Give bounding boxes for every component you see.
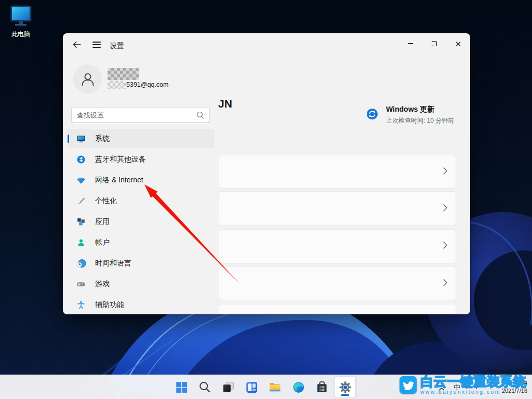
chevron-right-icon	[443, 204, 447, 214]
user-email: 5391@qq.com	[108, 80, 169, 89]
settings-card[interactable]	[219, 155, 456, 189]
accessibility-person-icon	[76, 300, 86, 310]
selected-accent-bar	[68, 135, 69, 143]
desktop-icon-this-pc[interactable]: 此电脑	[5, 5, 36, 39]
desktop-icon-label: 此电脑	[5, 30, 36, 39]
settings-sidebar: 系统 蓝牙和其他设备 网络 & Internet	[68, 129, 215, 314]
sidebar-item-label: 个性化	[95, 196, 117, 206]
hamburger-icon	[92, 42, 101, 48]
avatar[interactable]	[73, 64, 102, 94]
apps-icon	[76, 217, 86, 227]
window-titlebar[interactable]: 设置 ✕	[63, 33, 470, 56]
minimize-button[interactable]	[398, 33, 422, 54]
settings-card[interactable]	[219, 304, 456, 314]
clock-date: 2021/7/16	[502, 387, 527, 395]
search-icon	[196, 111, 204, 119]
sync-icon	[366, 108, 378, 120]
censored-email-prefix	[108, 81, 126, 89]
brush-icon	[76, 196, 86, 206]
wifi-icon	[76, 175, 86, 185]
task-view-button[interactable]	[218, 377, 238, 397]
gear-icon	[338, 380, 352, 394]
back-button[interactable]	[68, 37, 86, 52]
sidebar-item-system[interactable]: 系统	[68, 129, 215, 148]
maximize-icon	[432, 41, 437, 46]
device-name-heading: JN	[218, 98, 232, 110]
ime-input-indicator[interactable]: 中	[454, 383, 460, 392]
system-icon	[76, 134, 86, 144]
windows-update-status[interactable]: Windows 更新 上次检查时间: 10 分钟前	[366, 105, 454, 125]
sidebar-item-label: 网络 & Internet	[95, 176, 143, 185]
edge-browser-button[interactable]	[288, 377, 309, 397]
close-button[interactable]: ✕	[446, 33, 470, 54]
taskbar-clock[interactable]: 9:04 2021/7/16	[502, 379, 527, 395]
settings-card[interactable]	[219, 191, 456, 226]
person-icon	[79, 71, 96, 87]
start-button[interactable]	[171, 377, 192, 397]
minimize-icon	[408, 43, 413, 44]
network-icon[interactable]	[463, 383, 470, 390]
bluetooth-icon	[76, 154, 86, 165]
sidebar-item-label: 应用	[95, 217, 110, 227]
widgets-button[interactable]	[241, 377, 262, 397]
windows-update-last-checked: 上次检查时间: 10 分钟前	[386, 116, 454, 125]
window-title: 设置	[110, 42, 124, 51]
clock-globe-icon	[76, 258, 86, 269]
maximize-button[interactable]	[422, 33, 446, 54]
chevron-up-icon	[438, 387, 445, 391]
censored-user-name	[108, 68, 139, 80]
navigation-menu-button[interactable]	[88, 37, 105, 52]
search-icon	[198, 381, 211, 393]
sidebar-item-apps[interactable]: 应用	[68, 212, 215, 231]
sidebar-item-label: 帐户	[95, 238, 110, 247]
task-view-icon	[222, 381, 235, 394]
chevron-right-icon	[443, 167, 447, 177]
sidebar-item-accounts[interactable]: 帐户	[68, 233, 215, 252]
windows-update-title: Windows 更新	[386, 105, 454, 114]
gamepad-icon	[76, 279, 86, 289]
chevron-right-icon	[443, 242, 447, 251]
this-pc-monitor-icon	[8, 5, 33, 27]
sidebar-item-label: 蓝牙和其他设备	[95, 155, 146, 164]
sidebar-item-accessibility[interactable]: 辅助功能	[68, 295, 215, 314]
widgets-icon	[245, 381, 258, 394]
sidebar-item-label: 时间和语言	[95, 259, 131, 268]
settings-search-box[interactable]	[71, 107, 210, 123]
chevron-right-icon	[443, 279, 447, 288]
windows-start-icon	[175, 381, 188, 394]
clock-time: 9:04	[502, 379, 527, 387]
sidebar-item-network-internet[interactable]: 网络 & Internet	[68, 170, 215, 190]
settings-card[interactable]	[219, 267, 456, 300]
tray-show-hidden-icons-button[interactable]	[438, 384, 445, 393]
taskbar: 中 9:04 2021/7/16	[0, 375, 532, 399]
microsoft-store-button[interactable]	[311, 377, 332, 397]
sidebar-item-time-language[interactable]: 时间和语言	[68, 254, 215, 273]
sidebar-item-label: 辅助功能	[95, 300, 124, 310]
settings-window: 设置 ✕ 5391@qq.com	[63, 33, 470, 314]
active-app-indicator	[341, 394, 349, 396]
sidebar-item-label: 游戏	[95, 280, 110, 289]
edge-icon	[292, 381, 305, 394]
file-explorer-icon	[268, 380, 282, 394]
sidebar-item-bluetooth-devices[interactable]: 蓝牙和其他设备	[68, 150, 215, 169]
volume-icon[interactable]	[473, 383, 480, 390]
email-text: 5391@qq.com	[126, 81, 169, 88]
sidebar-item-personalization[interactable]: 个性化	[68, 191, 215, 210]
chevron-right-icon	[443, 314, 447, 314]
file-explorer-button[interactable]	[264, 377, 285, 397]
search-input[interactable]	[77, 111, 196, 119]
taskbar-search-button[interactable]	[194, 377, 215, 397]
sidebar-item-gaming[interactable]: 游戏	[68, 274, 215, 294]
close-icon: ✕	[455, 40, 462, 48]
back-arrow-icon	[73, 41, 81, 48]
accounts-person-icon	[76, 237, 86, 248]
settings-card[interactable]	[219, 229, 456, 263]
store-icon	[315, 381, 328, 394]
settings-app-button[interactable]	[335, 377, 355, 397]
sidebar-item-label: 系统	[95, 134, 110, 143]
